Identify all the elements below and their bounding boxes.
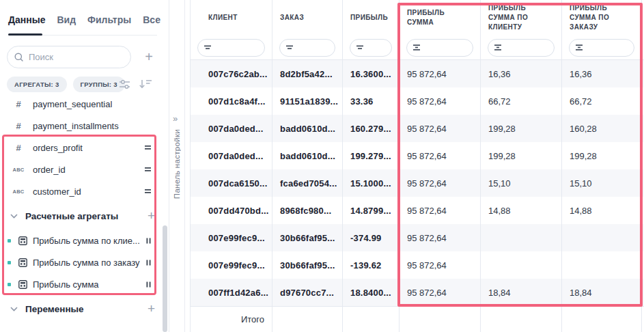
column-header-order[interactable]: ЗАКАЗ: [272, 0, 342, 36]
field-list: # payment_sequential # payment_installme…: [0, 96, 169, 332]
table-cell: 14,88: [561, 197, 642, 224]
table-cell: badd0610d...: [272, 142, 342, 169]
active-dot: [8, 239, 11, 243]
aggregates-chip[interactable]: АГРЕГАТЫ: 3: [7, 77, 67, 92]
table-cell: 15.1000...: [342, 169, 399, 197]
table-cell: 95 872,64: [399, 251, 480, 279]
filter-input-client[interactable]: [215, 43, 251, 53]
table-cell: 95 872,64: [399, 169, 480, 197]
filter-pill-profit[interactable]: [350, 39, 392, 57]
filter-pill-profit-sum[interactable]: [406, 39, 473, 57]
add-aggregate-button[interactable]: +: [148, 208, 155, 223]
column-header-profit-sum-by-order[interactable]: ПРИБЫЛЬ СУММА ПО ЗАКАЗУ: [561, 0, 642, 36]
aggregate-label: Прибыль сумма по заказу: [33, 258, 140, 268]
table-cell: 16,36: [561, 60, 642, 87]
table-cell: 14,88: [480, 197, 561, 224]
column-header-profit-sum[interactable]: ПРИБЫЛЬ СУММА: [399, 0, 480, 36]
calculator-icon: [18, 280, 27, 289]
column-header-client[interactable]: КЛИЕНТ: [190, 0, 272, 36]
table-row[interactable]: 007c76c2ab...8d2bf5a42...16.3600...95 87…: [190, 60, 644, 87]
filter-input-order[interactable]: [297, 43, 326, 53]
settings-panel-strip: » Панель настройки: [170, 0, 185, 332]
field-payment-sequential[interactable]: # payment_sequential: [0, 96, 169, 115]
filter-input-profit-sum-by-client[interactable]: [505, 43, 541, 53]
equals-icon[interactable]: [145, 167, 151, 172]
pause-icon[interactable]: [146, 260, 151, 266]
sidebar-scrollbar[interactable]: [163, 225, 167, 332]
field-customer-id[interactable]: ABC customer_id: [0, 180, 169, 202]
table-cell: -374.99: [342, 224, 399, 251]
add-variable-button[interactable]: +: [148, 301, 155, 316]
filter-pill-client[interactable]: [197, 39, 265, 57]
total-cell: [561, 307, 642, 332]
filter-icon: [356, 45, 363, 50]
filter-input-profit-sum-by-order[interactable]: [587, 43, 621, 53]
table-row[interactable]: 007e99fec9...30b66faf95...-374.9995 872,…: [190, 224, 644, 251]
table-row[interactable]: 007dca6150...fca6ed7054...15.1000...95 8…: [190, 169, 644, 197]
data-panel: Данные Вид Фильтры Все + АГРЕГАТЫ: 3 ГРУ…: [0, 0, 169, 332]
table-cell: [480, 251, 561, 279]
equals-icon[interactable]: [145, 145, 151, 150]
field-label: payment_installments: [33, 121, 119, 131]
table-cell: 007da0ded...: [190, 142, 272, 169]
table-row[interactable]: 007d1c8a4f...91151a1839...33.3695 872,64…: [190, 87, 644, 115]
field-order-id[interactable]: ABC order_id: [0, 158, 169, 180]
total-cell: [272, 307, 342, 332]
aggregate-item-profit-sum-by-client[interactable]: Прибыль сумма по клие...: [0, 230, 169, 251]
table-cell: 14.8799...: [342, 197, 399, 224]
active-dot: [8, 261, 11, 264]
active-tab-underline: [8, 33, 42, 36]
filter-input-profit-sum[interactable]: [424, 43, 460, 53]
pause-icon[interactable]: [146, 238, 151, 244]
total-label: Итого: [190, 307, 272, 332]
settings-panel-label[interactable]: Панель настройки: [173, 129, 181, 199]
table-header-row: КЛИЕНТ ЗАКАЗ ПРИБЫЛЬ ПРИБЫЛЬ СУММА ПРИБЫ…: [190, 0, 644, 36]
column-header-profit-sum-by-client[interactable]: ПРИБЫЛЬ СУММА ПО КЛИЕНТУ: [480, 0, 561, 36]
filter-pill-order[interactable]: [279, 39, 335, 57]
table-cell: 199,28: [480, 142, 561, 169]
section-title: Расчетные агрегаты: [25, 211, 118, 221]
filter-pill-profit-sum-by-client[interactable]: [488, 39, 555, 57]
chevron-down-icon[interactable]: [10, 307, 18, 312]
table-cell: 15,10: [480, 169, 561, 197]
number-icon: #: [10, 121, 27, 131]
section-title: Переменные: [25, 304, 84, 314]
search-box[interactable]: [7, 46, 131, 68]
filter-input-profit[interactable]: [367, 43, 389, 53]
aggregate-item-profit-sum-by-order[interactable]: Прибыль сумма по заказу: [0, 251, 169, 273]
table-row[interactable]: 007da0ded...badd0610d...160.279...95 872…: [190, 115, 644, 142]
table-cell: 007dca6150...: [190, 169, 272, 197]
field-label: order_id: [33, 165, 66, 175]
table-row[interactable]: 007dd470bd...8968fc980...14.8799...95 87…: [190, 197, 644, 224]
groups-chip[interactable]: ГРУППЫ: 3: [73, 77, 125, 92]
calculator-icon: [18, 258, 27, 267]
tab-data[interactable]: Данные: [8, 14, 45, 25]
pause-icon[interactable]: [146, 281, 151, 288]
sliders-icon[interactable]: [119, 79, 130, 89]
filter-chips: АГРЕГАТЫ: 3 ГРУППЫ: 3: [7, 77, 125, 92]
expand-panel-icon[interactable]: »: [173, 113, 178, 124]
table-row[interactable]: 007e99fec9...30b66faf95...-139.6295 872,…: [190, 251, 644, 279]
tab-all[interactable]: Все: [143, 14, 160, 25]
search-input[interactable]: [29, 52, 124, 62]
table-row[interactable]: 007da0ded...badd0610d...199.279...95 872…: [190, 142, 644, 169]
equals-icon[interactable]: [145, 189, 151, 194]
sort-icon[interactable]: [139, 79, 152, 89]
aggregate-item-profit-sum[interactable]: Прибыль сумма: [0, 273, 169, 295]
calculator-icon: [18, 236, 27, 245]
total-cell: [480, 307, 561, 332]
add-field-button[interactable]: +: [139, 47, 158, 66]
field-orders-profit[interactable]: # orders_profit: [0, 137, 169, 158]
table-filter-row: [190, 36, 644, 60]
field-payment-installments[interactable]: # payment_installments: [0, 115, 169, 137]
tab-view[interactable]: Вид: [57, 14, 76, 25]
filter-pill-profit-sum-by-order[interactable]: [569, 39, 634, 57]
column-header-profit[interactable]: ПРИБЫЛЬ: [342, 0, 399, 36]
table-cell: 95 872,64: [399, 279, 480, 306]
tab-filters[interactable]: Фильтры: [87, 14, 131, 25]
table-row[interactable]: 007ff1d42a6...d97670cc7...18.8400...95 8…: [190, 279, 644, 306]
filter-icon: [286, 45, 293, 50]
chevron-down-icon[interactable]: [10, 214, 18, 219]
table-cell: 007e99fec9...: [190, 224, 272, 251]
table-cell: 30b66faf95...: [272, 224, 342, 251]
